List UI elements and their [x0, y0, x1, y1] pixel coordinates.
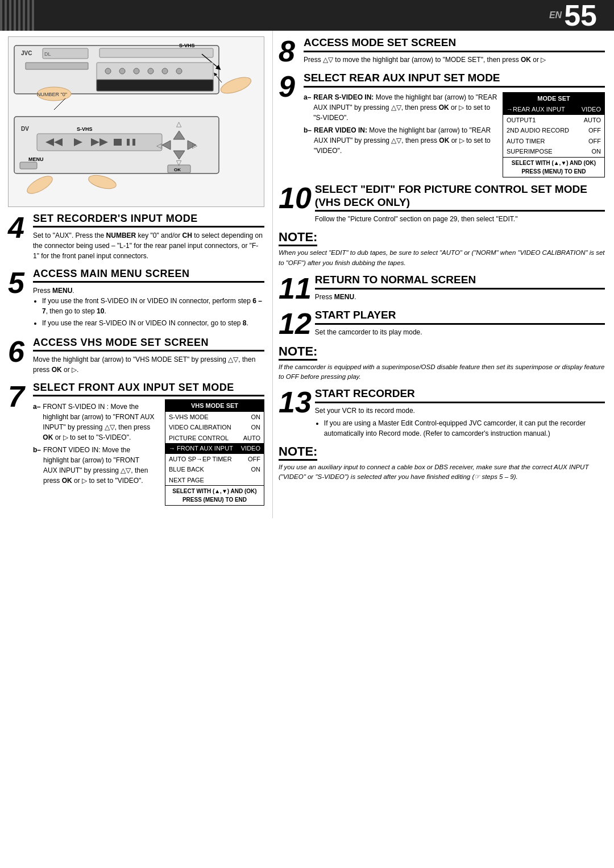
mode-row4-label: AUTO TIMER [507, 137, 545, 146]
svg-text:▽: ▽ [176, 159, 182, 167]
svg-point-39 [24, 173, 55, 197]
step-13-title: Start Recorder [315, 387, 605, 403]
step-11-number: 11 [279, 274, 312, 303]
step-10-row: 10 Select "Edit" for Picture Control Set… [279, 183, 605, 225]
step-7-table: VHS MODE SET S-VHS MODE ON VIDEO CALIBRA… [159, 399, 264, 506]
mode-row2-value: AUTO [584, 115, 601, 125]
step-9b-label: b– [304, 125, 312, 156]
step-9a: a– REAR S-VIDEO IN: Move the highlight b… [304, 92, 498, 123]
step-12-title: Start Player [315, 309, 605, 325]
step-4-number: 4 [8, 213, 28, 261]
step-5-section: 5 Access Main Menu Screen Press MENU. If… [8, 268, 264, 330]
step-12-number: 12 [279, 309, 312, 338]
svg-text:S-VHS: S-VHS [77, 126, 93, 132]
svg-point-40 [87, 173, 117, 191]
step-4-content: Set Recorder's Input Mode Set to "AUX". … [33, 213, 264, 261]
vhs-table-row-6: BLUE BACK ON [165, 464, 264, 475]
step-6-content: Access VHS Mode Set Screen Move the high… [33, 337, 264, 375]
mode-table-row-5: SUPERIMPOSE ON [503, 146, 604, 157]
step-9-table: MODE SET →REAR AUX INPUT VIDEO OUTPUT1 A… [503, 90, 605, 177]
svg-rect-30 [132, 139, 135, 146]
vhs-row7-label: NEXT PAGE [169, 476, 204, 485]
en-label: EN [549, 10, 562, 20]
step-13-number: 13 [279, 387, 312, 417]
vhs-table-header: VHS MODE SET [165, 400, 264, 412]
step-12-content: Start Player Set the camcorder to its pl… [315, 309, 605, 337]
step-9-content: Select Rear Aux Input Set Mode a– REAR S… [304, 72, 605, 177]
svg-point-13 [162, 68, 168, 74]
note-2-title: NOTE: [279, 344, 317, 361]
svg-text:NUMBER "0": NUMBER "0" [37, 92, 67, 97]
step-9b-text: REAR VIDEO IN: Move the highlight bar (a… [314, 125, 498, 156]
step-6-title: Access VHS Mode Set Screen [33, 337, 264, 352]
step-7-body: a– FRONT S-VIDEO IN : Move the highlight… [33, 399, 264, 506]
svg-text:◁: ◁ [156, 142, 162, 150]
step-6-number: 6 [8, 337, 28, 375]
mode-table-header: MODE SET [503, 93, 604, 105]
svg-text:▷: ▷ [192, 142, 198, 150]
svg-rect-4 [99, 48, 213, 57]
step-9a-text: REAR S-VIDEO IN: Move the highlight bar … [313, 92, 498, 123]
page-number: 55 [564, 1, 597, 30]
step-5-content: Access Main Menu Screen Press MENU. If y… [33, 268, 264, 330]
mode-table-row-1: →REAR AUX INPUT VIDEO [503, 104, 604, 115]
step-4-section: 4 Set Recorder's Input Mode Set to "AUX"… [8, 213, 264, 261]
step-4-body: Set to "AUX". Press the NUMBER key "0" a… [33, 230, 264, 261]
vhs-row1-value: ON [251, 412, 261, 422]
mode-set-table: MODE SET →REAR AUX INPUT VIDEO OUTPUT1 A… [503, 92, 605, 177]
step-9-title: Select Rear Aux Input Set Mode [304, 72, 605, 88]
main-content: JVC DL S-VHS [0, 31, 614, 518]
note-1: NOTE: When you select "EDIT" to dub tape… [279, 230, 605, 268]
step-12-row: 12 Start Player Set the camcorder to its… [279, 309, 605, 338]
mode-row5-value: ON [592, 147, 601, 156]
vhs-row3-label: PICTURE CONTROL [169, 433, 229, 443]
step-8-body: Press △▽ to move the highlight bar (arro… [304, 55, 605, 65]
svg-point-41 [219, 74, 253, 97]
note-3-title: NOTE: [279, 444, 317, 461]
svg-rect-36 [20, 162, 37, 169]
svg-text:DV: DV [21, 126, 29, 132]
step-7b-text: FRONT VIDEO IN: Move the highlight bar (… [43, 445, 155, 486]
step-8-row: 8 Access Mode Set Screen Press △▽ to mov… [279, 36, 605, 66]
step-10-title: Select "Edit" for Picture Control Set Mo… [315, 183, 605, 212]
svg-rect-29 [127, 139, 130, 146]
mode-table-row-3: 2ND AUDIO RECORD OFF [503, 125, 604, 136]
header-stripes [0, 0, 34, 31]
step-7-content: Select Front Aux Input Set Mode a– FRONT… [33, 382, 264, 506]
step-11-row: 11 Return to Normal Screen Press MENU. [279, 274, 605, 303]
step-5-title: Access Main Menu Screen [33, 268, 264, 283]
step-9-row: 9 Select Rear Aux Input Set Mode a– REAR… [279, 72, 605, 177]
svg-point-12 [148, 68, 154, 74]
mode-row3-label: 2ND AUDIO RECORD [507, 126, 569, 135]
vhs-row6-value: ON [251, 465, 261, 474]
step-4-title: Set Recorder's Input Mode [33, 213, 264, 228]
vhs-table-footer: SELECT WITH (▲,▼) AND (OK)PRESS (MENU) T… [165, 485, 264, 505]
svg-point-11 [134, 68, 139, 74]
step-6-body: Move the highlight bar (arrow) to "VHS M… [33, 354, 264, 375]
step-7b: b– FRONT VIDEO IN: Move the highlight ba… [33, 445, 155, 486]
step-7b-label: b– [33, 445, 41, 486]
vhs-row4-value: VIDEO [241, 444, 260, 453]
page-header: EN 55 [0, 0, 614, 31]
right-column: 8 Access Mode Set Screen Press △▽ to mov… [273, 31, 614, 518]
step-13-row: 13 Start Recorder Set your VCR to its re… [279, 387, 605, 439]
step-8-title: Access Mode Set Screen [304, 36, 605, 52]
vhs-row5-label: AUTO SP→EP TIMER [169, 454, 232, 464]
mode-row5-label: SUPERIMPOSE [507, 147, 553, 156]
svg-rect-15 [97, 80, 213, 91]
mode-table-row-4: AUTO TIMER OFF [503, 136, 604, 147]
step-13-content: Start Recorder Set your VCR to its recor… [315, 387, 605, 439]
step-9a-label: a– [304, 92, 311, 123]
note-1-title: NOTE: [279, 230, 317, 246]
svg-text:△: △ [176, 120, 182, 128]
vhs-row2-value: ON [251, 423, 261, 432]
step-13-body: Set your VCR to its record mode. If you … [315, 406, 605, 439]
mode-table-footer: SELECT WITH (▲,▼) AND (OK)PRESS (MENU) T… [503, 157, 604, 177]
step-10-content: Select "Edit" for Picture Control Set Mo… [315, 183, 605, 225]
step-7-title: Select Front Aux Input Set Mode [33, 382, 264, 396]
mode-row3-value: OFF [588, 126, 601, 135]
mode-row1-value: VIDEO [582, 105, 601, 114]
vhs-mode-table: VHS MODE SET S-VHS MODE ON VIDEO CALIBRA… [165, 399, 264, 506]
step-6-section: 6 Access VHS Mode Set Screen Move the hi… [8, 337, 264, 375]
vhs-table-row-7: NEXT PAGE [165, 475, 264, 486]
